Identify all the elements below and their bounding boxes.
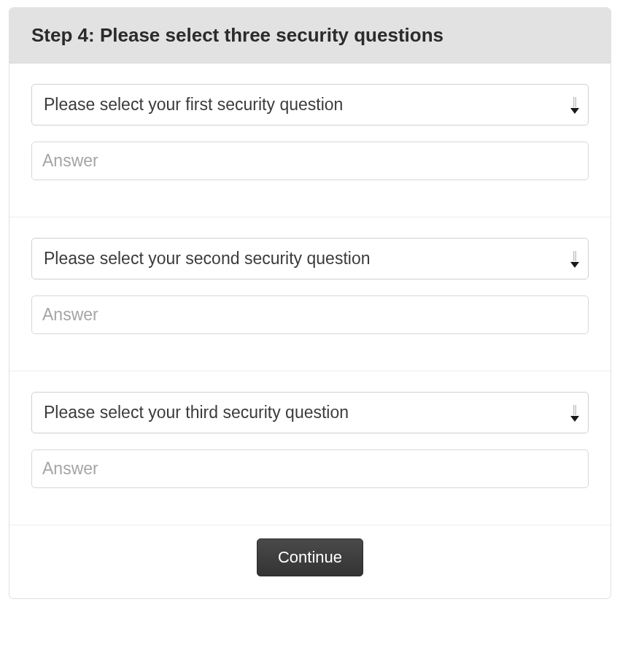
security-question-2-select-text: Please select your second security quest…	[44, 249, 370, 268]
question-block-1: Please select your first security questi…	[9, 63, 611, 217]
security-question-1-select-wrapper: Please select your first security questi…	[31, 84, 589, 125]
continue-button[interactable]: Continue	[257, 538, 363, 576]
security-answer-1-input[interactable]	[31, 142, 589, 180]
panel-header: Step 4: Please select three security que…	[9, 8, 611, 63]
security-question-3-select[interactable]: Please select your third security questi…	[31, 392, 589, 433]
security-question-3-select-text: Please select your third security questi…	[44, 403, 349, 422]
panel-body: Please select your first security questi…	[9, 63, 611, 598]
button-row: Continue	[9, 525, 611, 598]
question-block-2: Please select your second security quest…	[9, 217, 611, 371]
security-question-3-select-wrapper: Please select your third security questi…	[31, 392, 589, 433]
security-answer-3-input[interactable]	[31, 449, 589, 488]
security-question-2-select-wrapper: Please select your second security quest…	[31, 238, 589, 279]
security-question-2-select[interactable]: Please select your second security quest…	[31, 238, 589, 279]
step-title: Step 4: Please select three security que…	[31, 24, 589, 47]
security-question-1-select[interactable]: Please select your first security questi…	[31, 84, 589, 125]
security-question-1-select-text: Please select your first security questi…	[44, 95, 343, 114]
security-answer-2-input[interactable]	[31, 296, 589, 334]
security-questions-panel: Step 4: Please select three security que…	[9, 7, 611, 599]
question-block-3: Please select your third security questi…	[9, 371, 611, 525]
